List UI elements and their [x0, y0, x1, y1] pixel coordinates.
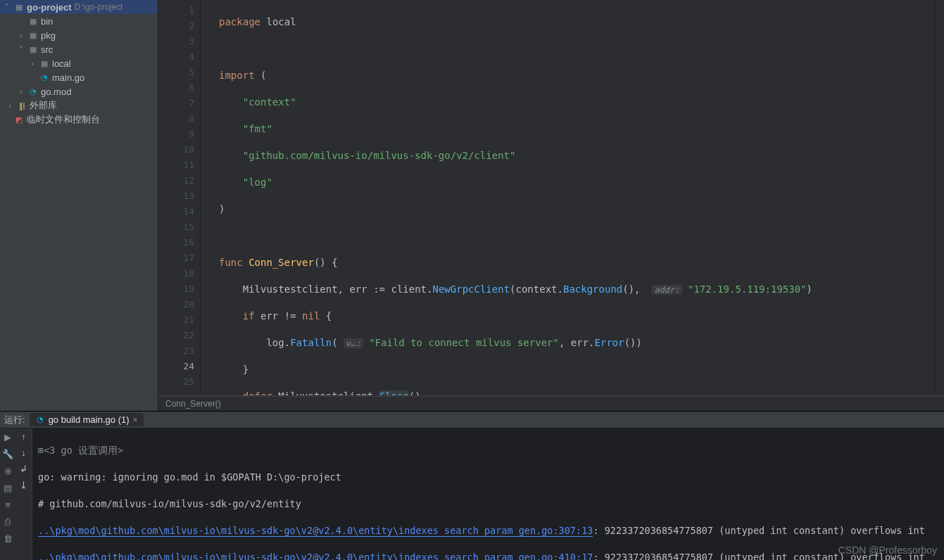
console-output[interactable]: ⊞<3 go 设置调用> go: warning: ignoring go.mo…	[32, 428, 944, 560]
editor-scrollbar[interactable]	[934, 0, 944, 395]
scratch-icon: ◩	[14, 115, 24, 125]
tree-item-go-mod[interactable]: › ◔ go.mod	[0, 84, 158, 98]
stripes-icon[interactable]: ≡	[2, 499, 13, 510]
rerun-icon[interactable]: ▶	[2, 431, 13, 443]
tree-item-bin[interactable]: ▦ bin	[0, 14, 158, 28]
chevron-right-icon[interactable]: ›	[17, 31, 25, 39]
go-file-icon: ◔	[39, 72, 49, 82]
folder-icon: ▦	[28, 16, 38, 26]
root-name: go-project	[27, 2, 72, 13]
target-icon[interactable]: ⊕	[2, 465, 13, 476]
chevron-right-icon[interactable]: ›	[28, 59, 37, 68]
tree-root[interactable]: ˅ ▦ go-project D:\go-project	[0, 0, 158, 14]
folder-icon: ▦	[28, 30, 38, 40]
folder-open-icon: ▦	[28, 44, 38, 54]
go-mod-icon: ◔	[28, 87, 38, 96]
folder-icon: ▦	[39, 58, 49, 68]
code-editor[interactable]: 1 2 3 4 5 6 7 8 9 10 11 12 13 14 15 16 1…	[158, 0, 944, 411]
chevron-right-icon[interactable]: ›	[6, 101, 14, 110]
fold-column[interactable]	[201, 0, 213, 395]
console-line: go: warning: ignoring go.mod in $GOPATH …	[38, 469, 944, 485]
library-icon: ‖|	[17, 101, 27, 110]
chevron-down-icon[interactable]: ˅	[17, 45, 25, 54]
layout-icon[interactable]: ▤	[2, 482, 13, 493]
run-label: 运行:	[4, 414, 25, 426]
error-link[interactable]: ..\pkg\mod\github.com\milvus-io\milvus-s…	[38, 552, 593, 560]
root-path: D:\go-project	[75, 2, 123, 12]
chevron-down-icon[interactable]: ˅	[3, 3, 11, 12]
console-header: <3 go 设置调用>	[44, 445, 123, 456]
code-body[interactable]: package local import ( "context" "fmt" "…	[213, 0, 934, 395]
run-toolbar-2: ↑ ↓ ↲ ⤓	[15, 428, 32, 560]
watermark: CSDN @Professorboy	[838, 545, 937, 556]
chevron-right-icon[interactable]: ›	[17, 87, 25, 96]
run-tab[interactable]: ◔ go build main.go (1) ×	[30, 413, 144, 426]
line-gutter[interactable]: 1 2 3 4 5 6 7 8 9 10 11 12 13 14 15 16 1…	[158, 0, 201, 395]
wrench-icon[interactable]: 🔧	[2, 448, 13, 459]
soft-wrap-icon[interactable]: ↲	[20, 464, 27, 474]
folder-open-icon: ▦	[14, 2, 24, 12]
run-header: 运行: ◔ go build main.go (1) ×	[0, 412, 944, 428]
go-file-icon: ◔	[35, 415, 45, 425]
breadcrumb-bar[interactable]: Conn_Server()	[158, 396, 944, 411]
tree-external-libs[interactable]: › ‖| 外部库	[0, 98, 158, 113]
trash-icon[interactable]: 🗑	[2, 533, 13, 544]
close-icon[interactable]: ×	[133, 415, 138, 425]
project-tree[interactable]: ˅ ▦ go-project D:\go-project ▦ bin › ▦ p…	[0, 0, 158, 411]
run-toolbar-1: ▶ 🔧 ⊕ ▤ ≡ ⎙ 🗑	[0, 428, 15, 560]
down-arrow-icon[interactable]: ↓	[21, 447, 26, 458]
up-arrow-icon[interactable]: ↑	[21, 431, 26, 442]
tree-item-local[interactable]: › ▦ local	[0, 56, 158, 70]
console-line: # github.com/milvus-io/milvus-sdk-go/v2/…	[38, 496, 944, 511]
tree-item-src[interactable]: ˅ ▦ src	[0, 42, 158, 56]
error-link[interactable]: ..\pkg\mod\github.com\milvus-io\milvus-s…	[38, 525, 593, 537]
print-icon[interactable]: ⎙	[2, 516, 13, 527]
run-panel[interactable]: 运行: ◔ go build main.go (1) × ▶ 🔧 ⊕ ▤ ≡ ⎙…	[0, 411, 944, 560]
tree-scratch[interactable]: ◩ 临时文件和控制台	[0, 113, 158, 127]
run-tab-title: go build main.go (1)	[49, 414, 130, 425]
scroll-to-end-icon[interactable]: ⤓	[20, 480, 27, 490]
tree-item-pkg[interactable]: › ▦ pkg	[0, 28, 158, 42]
tree-item-main-go[interactable]: ◔ main.go	[0, 70, 158, 84]
